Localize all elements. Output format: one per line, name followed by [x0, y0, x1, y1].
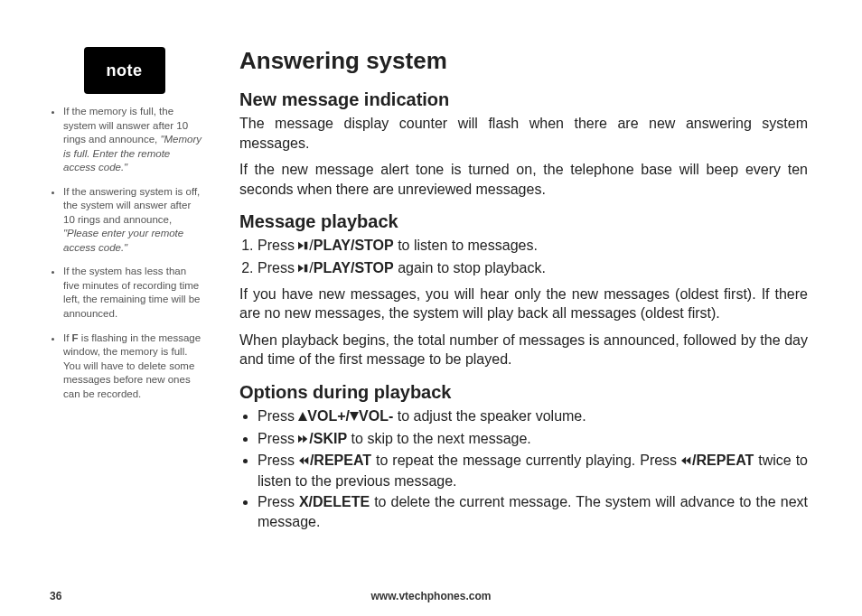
footer-url: www.vtechphones.com [0, 590, 862, 602]
document-page: note If the memory is full, the system w… [0, 0, 862, 578]
step-text: Press [258, 453, 299, 468]
body-text: If the new message alert tone is turned … [239, 160, 808, 199]
note-item: If the memory is full, the system will a… [63, 105, 203, 175]
svg-rect-1 [305, 242, 307, 250]
svg-marker-4 [298, 412, 307, 421]
triangle-down-icon [350, 406, 359, 426]
step-text: to adjust the speaker volume. [393, 408, 586, 424]
step-text: Press [258, 238, 298, 253]
button-label: /REPEAT [310, 453, 371, 468]
list-item: Press /REPEAT to repeat the message curr… [258, 451, 808, 490]
rewind-icon [681, 451, 692, 471]
svg-marker-11 [686, 457, 690, 465]
button-label: /SKIP [309, 431, 347, 446]
section-heading: Options during playback [239, 380, 808, 405]
button-label: /REPEAT [692, 453, 754, 468]
note-item: If the system has less than five minutes… [63, 265, 203, 321]
list-item: Press VOL+/VOL- to adjust the speaker vo… [258, 406, 808, 427]
step-text: again to stop playback. [394, 260, 546, 275]
note-list: If the memory is full, the system will a… [45, 105, 203, 401]
section-heading: Message playback [239, 210, 808, 234]
body-text: When playback begins, the total number o… [239, 331, 808, 369]
note-text: If the answering system is off, the syst… [63, 186, 200, 225]
play-stop-icon [298, 236, 309, 256]
svg-marker-8 [299, 457, 304, 465]
rewind-icon [299, 451, 310, 471]
note-bold: F [72, 332, 79, 343]
sidebar-note: note If the memory is full, the system w… [45, 45, 203, 560]
svg-marker-5 [350, 412, 359, 421]
button-label: VOL+/ [307, 408, 350, 424]
play-stop-icon [298, 258, 309, 278]
note-quote: "Please enter your remote access code." [63, 228, 183, 253]
page-footer: 36 www.vtechphones.com [0, 590, 862, 602]
svg-marker-9 [304, 457, 308, 465]
note-text: If [63, 332, 72, 343]
step-text: to listen to messages. [394, 238, 538, 253]
step-text: to repeat the message currently playing.… [371, 453, 681, 468]
list-item: Press /SKIP to skip to the next message. [258, 429, 808, 450]
step-text: to skip to the next message. [347, 431, 531, 446]
main-content: Answering system New message indication … [203, 45, 808, 560]
note-item: If F is flashing in the message window, … [63, 331, 203, 402]
list-item: Press /PLAY/STOP again to stop playback. [258, 258, 808, 279]
page-title: Answering system [239, 45, 808, 77]
body-text: If you have new messages, you will hear … [239, 285, 808, 323]
list-item: Press /PLAY/STOP to listen to messages. [258, 236, 808, 257]
svg-marker-10 [681, 457, 686, 465]
svg-marker-6 [298, 434, 303, 443]
note-text: is flashing in the message window, the m… [63, 332, 201, 399]
step-text: Press [258, 494, 299, 509]
bullet-list: Press VOL+/VOL- to adjust the speaker vo… [239, 406, 808, 531]
fast-forward-icon [298, 429, 309, 449]
button-label: VOL- [359, 408, 393, 424]
numbered-list: Press /PLAY/STOP to listen to messages. … [239, 236, 808, 278]
note-item: If the answering system is off, the syst… [63, 185, 203, 256]
step-text: Press [258, 260, 298, 275]
step-text: Press [258, 408, 298, 424]
button-label: PLAY/STOP [314, 260, 394, 275]
section-heading: New message indication [239, 88, 808, 112]
note-badge: note [84, 47, 165, 94]
body-text: The message display counter will flash w… [239, 114, 808, 153]
svg-rect-3 [305, 265, 307, 273]
svg-marker-0 [298, 242, 304, 250]
page-number: 36 [50, 590, 61, 602]
step-text: Press [258, 431, 298, 446]
triangle-up-icon [298, 406, 307, 426]
note-text: If the system has less than five minutes… [63, 266, 200, 319]
list-item: Press X/DELETE to delete the current mes… [258, 492, 808, 531]
button-label: X/DELETE [299, 494, 370, 509]
svg-marker-2 [298, 265, 304, 273]
svg-marker-7 [303, 434, 307, 443]
button-label: PLAY/STOP [314, 238, 394, 253]
